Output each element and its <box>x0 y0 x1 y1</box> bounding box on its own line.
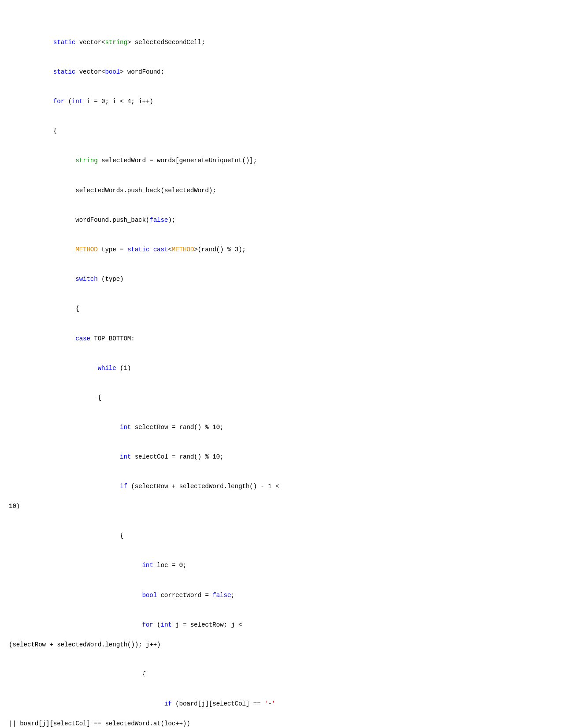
kw-int5: int <box>160 621 171 628</box>
code-line-8: METHOD type = static_cast<METHOD>(rand()… <box>9 245 553 254</box>
code-line-1: static vector<string> selectedSecondCell… <box>9 37 553 47</box>
kw-int3: int <box>120 453 131 460</box>
code-line-5: string selectedWord = words[generateUniq… <box>9 156 553 165</box>
kw-static3: static_cast <box>127 246 168 253</box>
code-line-22: if (board[j][selectCol] == '-' <box>9 699 553 709</box>
code-container: static vector<string> selectedSecondCell… <box>9 18 553 728</box>
code-line-3: for (int i = 0; i < 4; i++) <box>9 97 553 106</box>
kw-case1: case <box>75 335 90 342</box>
kw-string: string <box>105 39 127 46</box>
code-line-16: if (selectRow + selectedWord.length() - … <box>9 482 553 491</box>
kw-static: static <box>53 39 75 46</box>
kw-if2: if <box>164 700 172 707</box>
kw-method2: METHOD <box>172 246 194 253</box>
kw-for: for <box>53 98 64 105</box>
kw-if1: if <box>120 483 127 490</box>
code-line-9: switch (type) <box>9 274 553 284</box>
code-line-10: { <box>9 304 553 314</box>
code-line-16b: 10) <box>9 501 553 511</box>
kw-bool: bool <box>105 68 120 75</box>
code-line-13: { <box>9 393 553 403</box>
kw-false1: false <box>149 217 168 224</box>
code-line-19: bool correctWord = false; <box>9 590 553 600</box>
kw-int1: int <box>72 98 83 105</box>
code-line-6: selectedWords.push_back(selectedWord); <box>9 186 553 195</box>
kw-int4: int <box>142 562 153 569</box>
kw-for2: for <box>142 621 153 628</box>
kw-switch: switch <box>75 276 97 283</box>
code-line-12: while (1) <box>9 363 553 373</box>
code-line-20b: (selectRow + selectedWord.length()); j++… <box>9 640 553 650</box>
kw-false2: false <box>212 592 231 599</box>
kw-while1: while <box>98 365 116 372</box>
kw-static2: static <box>53 68 75 75</box>
kw-method: METHOD <box>75 246 97 253</box>
code-line-2: static vector<bool> wordFound; <box>9 67 553 77</box>
code-line-22b: || board[j][selectCol] == selectedWord.a… <box>9 719 553 728</box>
code-line-11: case TOP_BOTTOM: <box>9 334 553 343</box>
code-line-21: { <box>9 669 553 679</box>
code-line-14: int selectRow = rand() % 10; <box>9 422 553 432</box>
kw-int2: int <box>120 424 131 431</box>
code-line-4: { <box>9 126 553 136</box>
code-line-7: wordFound.push_back(false); <box>9 215 553 225</box>
kw-string2: string <box>75 157 97 164</box>
code-line-17: { <box>9 531 553 541</box>
kw-bool2: bool <box>142 592 157 599</box>
code-line-18: int loc = 0; <box>9 560 553 570</box>
code-line-20: for (int j = selectRow; j < <box>9 620 553 630</box>
code-line-15: int selectCol = rand() % 10; <box>9 452 553 462</box>
str-dash: '-' <box>264 700 275 707</box>
